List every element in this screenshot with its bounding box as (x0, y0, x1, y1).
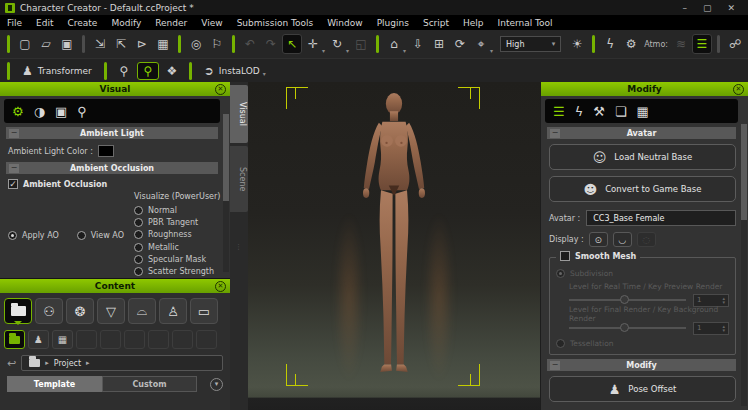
menu-modify[interactable]: Modify (104, 18, 148, 28)
apply-ao-radio[interactable]: Apply AO (8, 231, 59, 240)
preview-dish-icon[interactable]: ☍ (725, 34, 745, 54)
redo-icon[interactable]: ↷ (261, 34, 281, 54)
collapse-icon[interactable]: − (550, 129, 560, 138)
send-to-icon[interactable]: ⊳ (132, 34, 152, 54)
home-view-icon[interactable]: ⌂ (384, 34, 404, 54)
collapse-icon[interactable]: − (550, 361, 560, 370)
breadcrumb-root[interactable]: Project (54, 359, 81, 368)
transformer-button[interactable]: ♟ Transformer (16, 61, 98, 81)
undo-icon[interactable]: ↶ (240, 34, 260, 54)
visual-panel-header[interactable]: Visual ✕ (0, 82, 230, 96)
radio-icon[interactable] (134, 230, 143, 239)
menu-create[interactable]: Create (61, 18, 105, 28)
radio-icon[interactable] (134, 218, 143, 227)
open-project-icon[interactable]: ▱ (36, 34, 56, 54)
home-view-caret-icon[interactable]: ▾ (403, 47, 406, 54)
content-subcategory-project[interactable] (4, 330, 25, 349)
viewport-3d[interactable] (248, 82, 540, 410)
menu-view[interactable]: View (194, 18, 229, 28)
tab-template[interactable]: Template (7, 376, 102, 392)
menu-plugins[interactable]: Plugins (370, 18, 416, 28)
move-tool-icon[interactable]: ✛ (303, 34, 323, 54)
radio-icon[interactable] (134, 206, 143, 215)
visualize-option-pbr-tangent[interactable]: PBR Tangent (134, 217, 222, 229)
content-panel-header[interactable]: Content ✕ (0, 279, 230, 293)
menu-window[interactable]: Window (320, 18, 370, 28)
menu-internal-tool[interactable]: Internal Tool (491, 18, 560, 28)
actor-performance-icon[interactable]: ϟ (600, 34, 620, 54)
export-icon[interactable]: ⇱ (111, 34, 131, 54)
smooth-mesh-checkbox[interactable] (560, 251, 570, 261)
visualize-option-specular-mask[interactable]: Specular Mask (134, 253, 222, 265)
visual-light-icon[interactable]: ◑ (34, 104, 45, 119)
content-category-cloth[interactable]: ▽ (97, 298, 125, 324)
display-settings-icon[interactable]: ☰ (692, 34, 712, 54)
load-neutral-base-button[interactable]: ☺ Load Neutral Base (549, 144, 736, 170)
atmosphere-gear-icon[interactable]: ⚙ (621, 34, 641, 54)
breadcrumb-back-icon[interactable]: ↩ (7, 357, 16, 370)
rotate-tool-icon[interactable]: ↻ (327, 34, 347, 54)
modify-section-bar[interactable]: − Modify (547, 359, 736, 371)
menu-submission-tools[interactable]: Submission Tools (230, 18, 321, 28)
character-model[interactable] (336, 88, 452, 390)
ambient-occlusion-checkbox[interactable]: ✓ (8, 179, 18, 189)
center-view-icon[interactable]: ⊞ (429, 34, 449, 54)
content-category-project[interactable] (4, 298, 32, 324)
ambient-light-section-bar[interactable]: − Ambient Light (6, 127, 218, 139)
move-tool-caret-icon[interactable]: ▾ (322, 47, 325, 54)
avatar-name-field[interactable]: CC3_Base Female (586, 210, 736, 226)
hub-icon[interactable]: ❖ (161, 62, 183, 80)
visualize-option-metallic[interactable]: Metallic (134, 241, 222, 253)
modify-actor-icon[interactable]: ϟ (575, 104, 584, 119)
maximize-button[interactable]: ▢ (703, 3, 712, 13)
content-subcategory-pin[interactable]: ♟ (28, 330, 49, 349)
modify-morph-icon[interactable]: ⚒ (593, 104, 605, 119)
visual-panel-close-icon[interactable]: ✕ (215, 84, 226, 95)
display-eye-button[interactable]: ⊙ (589, 232, 608, 247)
radio-icon[interactable] (134, 243, 143, 252)
content-category-animation[interactable]: ♙ (159, 298, 187, 324)
menu-help[interactable]: Help (456, 18, 491, 28)
convert-to-game-base-button[interactable]: ☻ Convert to Game Base (549, 176, 736, 202)
quality-dropdown[interactable]: High ▾ (500, 36, 561, 52)
content-category-accessory[interactable]: ⌓ (128, 298, 156, 324)
new-project-icon[interactable]: ▢ (15, 34, 35, 54)
rotate-tool-caret-icon[interactable]: ▾ (346, 47, 349, 54)
close-button[interactable]: ✕ (727, 3, 735, 13)
visual-panel-scrollbar[interactable] (223, 114, 229, 272)
visualize-option-normal[interactable]: Normal (134, 204, 222, 216)
import-icon[interactable]: ⇲ (90, 34, 110, 54)
view-ao-radio-icon[interactable] (77, 231, 86, 240)
content-panel-close-icon[interactable]: ✕ (215, 281, 226, 292)
content-subcategory-image[interactable]: ▦ (52, 330, 73, 349)
visualize-option-scatter-strength[interactable]: Scatter Strength (134, 266, 222, 278)
save-project-icon[interactable]: ▣ (57, 34, 77, 54)
visual-shadow-icon[interactable]: ▣ (55, 104, 67, 119)
camera-frame-icon[interactable]: ⌖ (471, 34, 491, 54)
collapse-icon[interactable]: − (9, 164, 19, 173)
tab-visual[interactable]: Visual (230, 85, 248, 143)
breadcrumb[interactable]: ▸ Project ▸ (21, 355, 223, 371)
camera-frame-caret-icon[interactable]: ▾ (490, 47, 493, 54)
apply-ao-radio-icon[interactable] (8, 231, 17, 240)
menu-script[interactable]: Script (416, 18, 456, 28)
sun-light-icon[interactable]: ☀ (567, 34, 587, 54)
modify-panel-close-icon[interactable]: ✕ (733, 84, 744, 95)
content-category-actor[interactable]: ⚇ (35, 298, 63, 324)
view-ao-radio[interactable]: View AO (77, 231, 124, 240)
instalod-button[interactable]: ➲ InstaLOD ▾ (198, 61, 273, 81)
menu-edit[interactable]: Edit (29, 18, 60, 28)
modify-texture-icon[interactable]: ▦ (637, 104, 649, 119)
modify-panel-header[interactable]: Modify ✕ (541, 82, 748, 96)
content-category-material[interactable]: ❂ (66, 298, 94, 324)
content-category-stage[interactable]: ▭ (190, 298, 218, 324)
reset-transform-icon[interactable]: ⟳ (450, 34, 470, 54)
tab-scene[interactable]: Scene (230, 146, 248, 212)
ambient-light-color-swatch[interactable] (98, 145, 114, 157)
collapse-icon[interactable]: − (9, 129, 19, 138)
render-image-icon[interactable]: ▦ (153, 34, 173, 54)
ambient-occlusion-section-bar[interactable]: − Ambient Occlusion (6, 162, 218, 174)
display-mask-button[interactable]: ◡ (613, 232, 632, 247)
menu-file[interactable]: File (0, 18, 29, 28)
visual-gear-icon[interactable]: ⚙ (12, 104, 24, 119)
